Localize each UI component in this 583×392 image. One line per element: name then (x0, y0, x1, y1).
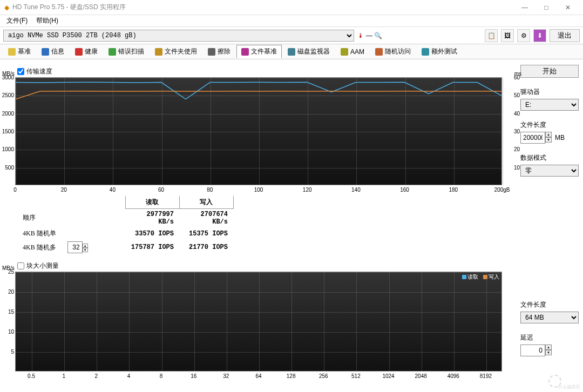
transfer-chart (15, 77, 502, 185)
side-panel: 开始 驱动器 E: 文件长度 ▲▼ MB 数据模式 零 文件长度 64 MB 延… (516, 65, 579, 371)
settings-button[interactable]: ⚙ (517, 29, 530, 42)
tab-icon (8, 48, 16, 56)
tab-健康[interactable]: 健康 (70, 45, 103, 58)
exit-button[interactable]: 退出 (550, 29, 580, 42)
col-write: 写入 (179, 196, 233, 209)
tab-文件夹使用[interactable]: 文件夹使用 (150, 45, 202, 58)
watermark: 什么值得买 (547, 375, 580, 390)
tab-文件基准[interactable]: 文件基准 (236, 45, 282, 58)
delay-input[interactable] (520, 344, 545, 356)
tab-icon (75, 48, 83, 56)
tab-icon (42, 48, 49, 56)
filelen-label: 文件长度 (520, 120, 579, 130)
col-read: 读取 (125, 196, 179, 209)
save-button[interactable]: ⬇ (533, 29, 546, 42)
menubar: 文件(F) 帮助(H) (0, 15, 583, 27)
maximize-button[interactable]: □ (535, 4, 557, 11)
driver-select[interactable]: E: (520, 99, 579, 111)
delay-spinner[interactable]: ▲▼ (545, 344, 552, 356)
tab-bar: 基准信息健康错误扫描文件夹使用擦除文件基准磁盘监视器AAM随机访问额外测试 (0, 44, 583, 59)
window-title: HD Tune Pro 5.75 - 硬盘/SSD 实用程序 (12, 3, 126, 12)
blocksize-label: 块大小测量 (26, 261, 59, 271)
filelen2-select[interactable]: 64 MB (520, 312, 579, 323)
transfer-checkbox[interactable] (17, 68, 24, 75)
screenshot-button[interactable]: 🖼 (501, 29, 514, 42)
tab-icon (341, 48, 348, 56)
driver-label: 驱动器 (520, 87, 579, 97)
tab-icon (422, 48, 429, 56)
chart2-legend: 读取 写入 (459, 273, 499, 281)
datamode-label: 数据模式 (520, 153, 579, 163)
datamode-select[interactable]: 零 (520, 165, 579, 177)
drive-select[interactable]: aigo NVMe SSD P3500 2TB (2048 gB) (3, 30, 354, 42)
menu-help[interactable]: 帮助(H) (32, 15, 63, 26)
tab-信息[interactable]: 信息 (37, 45, 69, 58)
tab-icon (375, 48, 383, 56)
tab-icon (288, 48, 295, 56)
minimize-button[interactable]: — (514, 4, 535, 11)
filelen-spinner[interactable]: ▲▼ (545, 132, 552, 144)
filelen2-label: 文件长度 (520, 300, 579, 309)
window-titlebar: ◆ HD Tune Pro 5.75 - 硬盘/SSD 实用程序 — □ ✕ (0, 0, 583, 15)
tab-额外测试[interactable]: 额外测试 (417, 45, 462, 58)
tab-icon (155, 48, 162, 56)
delay-label: 延迟 (520, 333, 579, 342)
app-icon: ◆ (4, 4, 9, 11)
temperature-gauge: 🌡 — 🔍 (357, 32, 382, 39)
toolbar: aigo NVMe SSD P3500 2TB (2048 gB) 🌡 — 🔍 … (0, 27, 583, 44)
tab-基准[interactable]: 基准 (3, 45, 36, 58)
close-button[interactable]: ✕ (557, 4, 579, 11)
tab-错误扫描[interactable]: 错误扫描 (104, 45, 149, 58)
result-row: 4KB 随机多 ▲▼175787 IOPS21770 IOPS (17, 240, 233, 255)
filelen-input[interactable] (520, 132, 545, 144)
thermometer-icon: 🌡 (357, 32, 364, 39)
tab-icon (241, 48, 249, 56)
tab-随机访问[interactable]: 随机访问 (370, 45, 416, 58)
results-table: 读取 写入 顺序2977997 KB/s2707674 KB/s4KB 随机单3… (17, 196, 516, 255)
tab-icon (109, 48, 116, 56)
menu-file[interactable]: 文件(F) (2, 15, 32, 26)
tab-icon (208, 48, 215, 56)
blocksize-chart: 读取 写入 (15, 272, 502, 371)
start-button[interactable]: 开始 (520, 65, 579, 78)
queue-depth-input[interactable] (67, 241, 83, 253)
transfer-label: 传输速度 (26, 67, 52, 76)
tab-AAM[interactable]: AAM (336, 46, 369, 58)
copy-button[interactable]: 📋 (485, 29, 498, 42)
result-row: 4KB 随机单33570 IOPS15375 IOPS (17, 227, 233, 240)
tab-磁盘监视器[interactable]: 磁盘监视器 (283, 45, 335, 58)
result-row: 顺序2977997 KB/s2707674 KB/s (17, 209, 233, 228)
tab-擦除[interactable]: 擦除 (203, 45, 235, 58)
blocksize-checkbox[interactable] (17, 262, 24, 269)
